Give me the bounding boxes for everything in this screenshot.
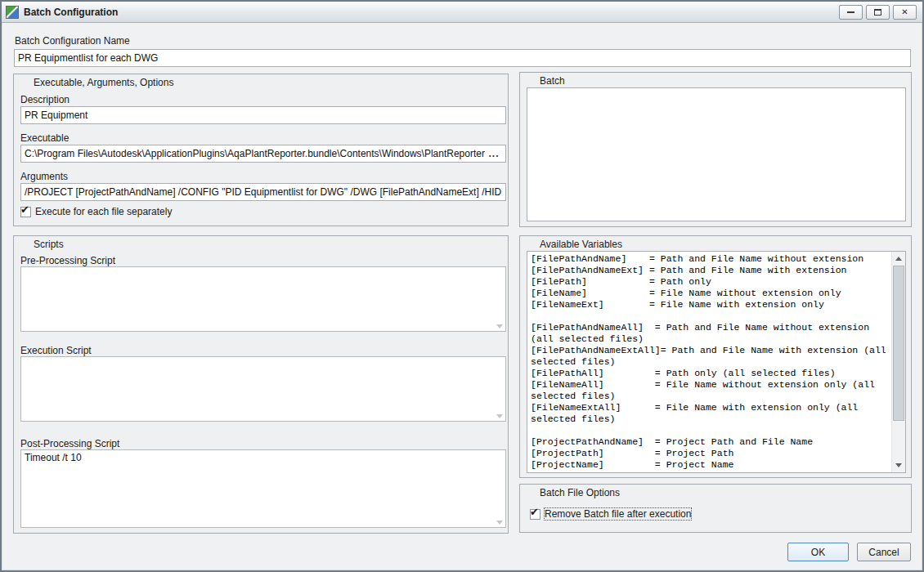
executable-group-title: Executable, Arguments, Options (34, 77, 173, 88)
scroll-down-icon (496, 414, 503, 418)
batch-configuration-name-label: Batch Configuration Name (15, 35, 130, 47)
batch-configuration-name-input[interactable] (14, 49, 911, 67)
batch-preview-box[interactable] (527, 87, 906, 221)
post-processing-script-label: Post-Processing Script (20, 438, 119, 449)
batch-file-options-group: Batch File Options ✔ Remove Batch file a… (519, 484, 912, 533)
execute-separately-checkbox[interactable]: ✔ Execute for each file separately (20, 206, 172, 217)
batch-file-options-group-title: Batch File Options (540, 487, 620, 498)
batch-group: Batch (519, 72, 912, 227)
window-title: Batch Configuration (24, 7, 118, 18)
post-processing-script-area: Timeout /t 10 (20, 449, 506, 528)
cancel-button[interactable]: Cancel (857, 543, 911, 561)
batch-configuration-window: Batch Configuration ✕ Batch Configuratio… (0, 0, 924, 572)
scroll-up-button[interactable] (892, 252, 905, 266)
executable-label: Executable (20, 132, 69, 144)
minimize-button[interactable] (839, 5, 863, 20)
pre-processing-script-input[interactable] (20, 266, 506, 332)
arguments-input[interactable] (20, 183, 506, 201)
maximize-icon (874, 9, 881, 16)
scrollbar-thumb[interactable] (893, 266, 904, 421)
checkbox-box: ✔ (530, 509, 540, 520)
checkbox-box: ✔ (20, 207, 31, 217)
execution-script-input[interactable] (20, 356, 506, 422)
description-input[interactable] (20, 106, 506, 124)
variables-scrollbar[interactable] (891, 252, 905, 472)
window-controls: ✕ (839, 5, 918, 20)
execution-script-area (20, 356, 506, 422)
remove-batch-file-checkbox[interactable]: ✔ Remove Batch file after execution (530, 508, 691, 520)
browse-executable-button[interactable]: ... (485, 146, 503, 161)
title-bar[interactable]: Batch Configuration ✕ (2, 2, 922, 23)
ok-button[interactable]: OK (787, 543, 849, 561)
maximize-button[interactable] (866, 5, 890, 20)
arrow-down-icon (895, 463, 902, 467)
scroll-down-icon (496, 521, 503, 525)
check-icon: ✔ (530, 506, 539, 518)
close-icon: ✕ (901, 8, 908, 16)
scripts-group: Scripts Pre-Processing Script Execution … (13, 235, 509, 534)
variables-text: [FilePathAndName] = Path and File Name w… (531, 253, 889, 472)
execute-separately-label: Execute for each file separately (35, 206, 172, 217)
close-button[interactable]: ✕ (893, 5, 917, 20)
check-icon: ✔ (20, 203, 29, 216)
arrow-up-icon (895, 257, 902, 261)
post-processing-script-input[interactable]: Timeout /t 10 (20, 449, 506, 528)
available-variables-group: Available Variables [FilePathAndName] = … (519, 235, 912, 478)
remove-batch-file-label: Remove Batch file after execution (545, 508, 691, 520)
minimize-icon (847, 11, 854, 13)
executable-group: Executable, Arguments, Options Descripti… (13, 74, 509, 226)
scroll-down-button[interactable] (892, 458, 905, 472)
batch-group-title: Batch (540, 75, 565, 87)
arguments-label: Arguments (20, 171, 68, 182)
pre-processing-script-label: Pre-Processing Script (20, 255, 115, 266)
scripts-group-title: Scripts (34, 239, 64, 250)
executable-path-input[interactable] (20, 145, 506, 163)
available-variables-list[interactable]: [FilePathAndName] = Path and File Name w… (527, 251, 906, 473)
pre-processing-script-area (20, 266, 506, 332)
scroll-down-icon (496, 324, 503, 328)
app-icon[interactable] (6, 6, 19, 19)
ellipsis-icon: ... (488, 148, 499, 159)
execution-script-label: Execution Script (20, 345, 92, 356)
available-variables-group-title: Available Variables (540, 239, 622, 250)
description-label: Description (20, 94, 70, 105)
